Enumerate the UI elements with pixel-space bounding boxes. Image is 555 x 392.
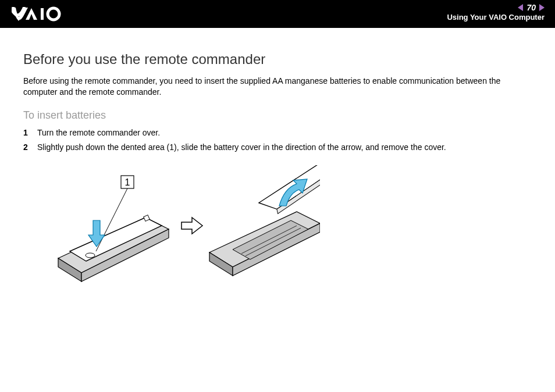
step-text: Slightly push down the dented area (1), … [37,142,446,154]
section-title: Using Your VAIO Computer [447,13,545,22]
remote-open-illustration [209,165,320,276]
svg-rect-1 [41,8,44,20]
page-header: VAIO 70 Using Your VAIO Computer [0,0,555,28]
page-title: Before you use the remote commander [23,51,532,67]
prev-page-arrow-icon[interactable] [518,4,523,11]
intro-paragraph: Before using the remote commander, you n… [23,76,532,98]
remote-closed-illustration: 1 [58,176,169,281]
subheading: To insert batteries [23,109,532,122]
svg-point-7 [86,253,95,258]
list-item: 1 Turn the remote commander over. [23,127,532,139]
callout-label: 1 [125,177,130,187]
sequence-arrow-icon [182,218,202,234]
vaio-logo: VAIO [12,6,76,24]
next-page-arrow-icon[interactable] [539,4,545,11]
step-text: Turn the remote commander over. [37,127,160,139]
instruction-figure: 1 [52,165,532,295]
step-number: 1 [23,127,37,139]
step-number: 2 [23,142,37,154]
list-item: 2 Slightly push down the dented area (1)… [23,142,532,154]
steps-list: 1 Turn the remote commander over. 2 Slig… [23,127,532,154]
header-right: 70 Using Your VAIO Computer [447,3,545,22]
page-content: Before you use the remote commander Befo… [0,28,555,295]
page-number: 70 [526,3,536,12]
